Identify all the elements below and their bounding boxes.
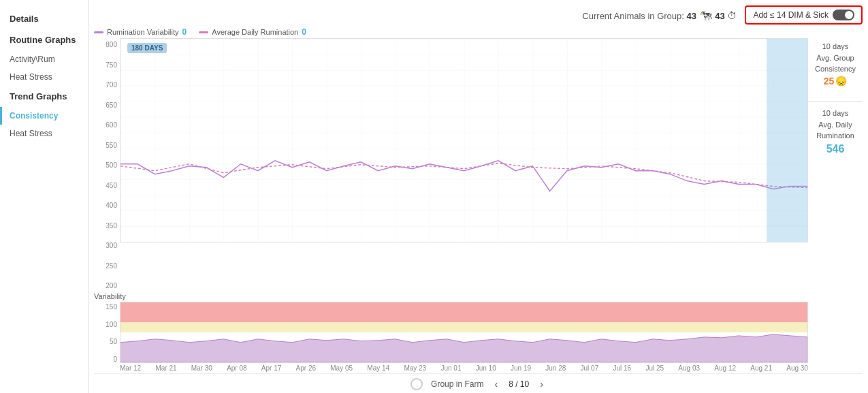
legend-avg-daily: Average Daily Rumination 0	[199, 27, 306, 37]
sad-emoji: 😞	[835, 75, 847, 89]
consistency-stat: 10 daysAvg. GroupConsistency 25 😞	[815, 41, 856, 88]
clock-icon: ⏱	[727, 10, 737, 21]
rumination-label: 10 daysAvg. DailyRumination	[816, 108, 854, 142]
svg-rect-2	[120, 322, 807, 332]
variability-section: Variability 150 100 50 0	[94, 292, 808, 363]
next-page-button[interactable]: ›	[537, 379, 546, 390]
sidebar-item-activity-rum[interactable]: Activity\Rum	[0, 50, 88, 68]
animals-label: Current Animals in Group:	[582, 11, 684, 21]
highlight-bar	[767, 39, 807, 242]
cow-icon: 🐄	[699, 10, 713, 21]
legend-rumination-label: Rumination Variability	[107, 28, 179, 36]
group-circle	[411, 378, 423, 390]
legend-dot-pink	[199, 31, 208, 33]
sidebar-section-routine: Routine Graphs	[0, 29, 88, 50]
bottom-nav: Group in Farm ‹ 8 / 10 ›	[94, 373, 863, 393]
add-dim-toggle[interactable]	[833, 10, 854, 20]
legend-avg-count: 0	[302, 27, 306, 37]
legend-rumination-variability: Rumination Variability 0	[94, 27, 187, 37]
variability-chart	[120, 302, 808, 363]
variability-label: Variability	[94, 292, 808, 300]
sidebar: Details Routine Graphs Activity\Rum Heat…	[0, 0, 89, 393]
x-axis: Mar 12 Mar 21 Mar 30 Apr 08 Apr 17 Apr 2…	[94, 363, 808, 373]
sidebar-item-consistency[interactable]: Consistency	[0, 107, 88, 125]
rumination-stat: 10 daysAvg. DailyRumination 546	[816, 108, 854, 157]
consistency-value: 25 😞	[815, 75, 856, 89]
add-dim-box[interactable]: Add ≤ 14 DIM & Sick	[745, 5, 863, 25]
sidebar-item-heat-stress-trend[interactable]: Heat Stress	[0, 125, 88, 142]
animals-count-cow: 43	[687, 11, 696, 21]
legend-row: Rumination Variability 0 Average Daily R…	[94, 27, 863, 37]
prev-page-button[interactable]: ‹	[492, 379, 500, 390]
svg-rect-1	[120, 302, 807, 322]
main-chart: 180 DAYS	[120, 38, 808, 242]
animals-count-other: 43	[715, 11, 724, 21]
legend-rumination-count: 0	[182, 27, 187, 37]
legend-dot-purple	[94, 31, 103, 33]
animals-info: Current Animals in Group: 43 🐄 43 ⏱	[582, 9, 737, 22]
rumination-value: 546	[816, 142, 854, 157]
sidebar-section-trend: Trend Graphs	[0, 86, 88, 107]
page-info: 8 / 10	[509, 379, 529, 389]
svg-rect-0	[120, 39, 807, 242]
header-row: Current Animals in Group: 43 🐄 43 ⏱ Add …	[94, 5, 863, 25]
right-panel: 10 daysAvg. GroupConsistency 25 😞 10 day…	[808, 38, 863, 373]
variability-svg	[120, 302, 807, 362]
variability-y-axis: 150 100 50 0	[94, 302, 120, 363]
consistency-label: 10 daysAvg. GroupConsistency	[815, 41, 856, 75]
main-chart-svg	[120, 39, 807, 242]
add-dim-label: Add ≤ 14 DIM & Sick	[753, 10, 829, 20]
legend-avg-label: Average Daily Rumination	[212, 28, 298, 36]
days-badge: 180 DAYS	[127, 43, 167, 53]
group-label: Group in Farm	[431, 379, 483, 389]
sidebar-section-details: Details	[0, 8, 88, 29]
y-axis: 800 750 700 650 600 550 500 450 400 350 …	[94, 38, 120, 289]
main-content: Current Animals in Group: 43 🐄 43 ⏱ Add …	[89, 0, 868, 393]
sidebar-item-heat-stress-routine[interactable]: Heat Stress	[0, 68, 88, 86]
